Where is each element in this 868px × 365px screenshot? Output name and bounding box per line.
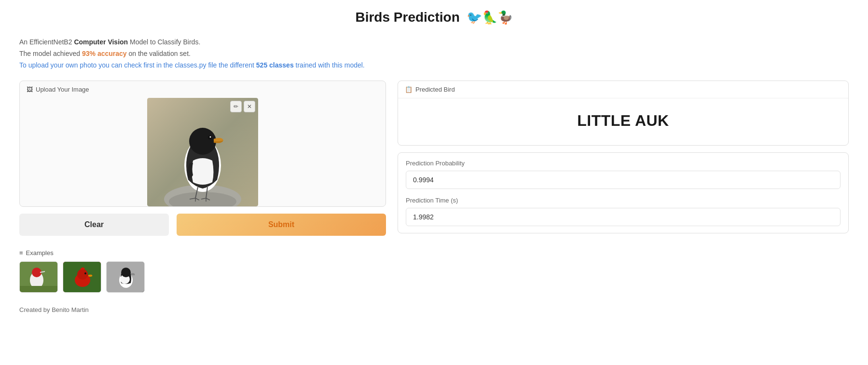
desc-line3-bold: 525 classes <box>256 61 294 69</box>
page-title: Birds Prediction <box>355 10 459 25</box>
predicted-bird-name: LITTLE AUK <box>398 98 848 145</box>
time-value: 1.9982 <box>406 208 840 226</box>
predicted-panel-title-text: Predicted Bird <box>415 86 455 93</box>
right-column: 📋 Predicted Bird LITTLE AUK Prediction P… <box>398 81 849 233</box>
upload-label: 🖼 Upload Your Image <box>20 81 386 98</box>
svg-point-22 <box>77 269 88 280</box>
submit-button[interactable]: Submit <box>177 214 386 236</box>
bird-image <box>147 98 258 206</box>
upload-panel[interactable]: 🖼 Upload Your Image <box>19 81 386 207</box>
examples-label-text: Examples <box>26 249 54 257</box>
description: An EfficientNetB2 Computer Vision Model … <box>19 37 849 71</box>
svg-point-4 <box>189 128 216 155</box>
metrics-panel: Prediction Probability 0.9994 Prediction… <box>398 152 849 233</box>
desc-line2-prefix: The model achieved <box>19 50 82 57</box>
header: Birds Prediction 🐦🦜🦆 <box>19 0 849 37</box>
image-controls: ✏ ✕ <box>230 101 255 112</box>
desc-line1-prefix: An EfficientNetB2 <box>19 38 74 46</box>
desc-line1-bold: Computer Vision <box>74 38 128 46</box>
example-bird-2-image <box>63 262 101 293</box>
desc-line2-suffix: on the validation set. <box>127 50 191 57</box>
edit-image-button[interactable]: ✏ <box>230 101 242 112</box>
example-bird-1-image <box>20 262 58 293</box>
predicted-panel-icon: 📋 <box>405 86 413 93</box>
header-bird-icons: 🐦🦜🦆 <box>467 10 513 25</box>
desc-line3-prefix: To upload your own photo you can check f… <box>19 61 256 69</box>
example-thumbnails <box>19 261 386 293</box>
upload-icon: 🖼 <box>27 86 33 93</box>
examples-label: ≡ Examples <box>19 249 386 257</box>
close-icon: ✕ <box>247 103 252 110</box>
probability-label: Prediction Probability <box>406 160 840 167</box>
desc-line3-suffix: trained with this model. <box>294 61 365 69</box>
svg-point-6 <box>210 136 211 138</box>
example-thumb-3[interactable] <box>106 261 145 293</box>
example-thumb-2[interactable] <box>63 261 101 293</box>
example-thumb-1[interactable] <box>19 261 58 293</box>
examples-section: ≡ Examples <box>19 249 386 293</box>
upload-label-text: Upload Your Image <box>36 86 89 93</box>
left-column: 🖼 Upload Your Image <box>19 81 386 293</box>
close-image-button[interactable]: ✕ <box>244 101 255 112</box>
svg-rect-19 <box>20 286 58 293</box>
predicted-panel-title: 📋 Predicted Bird <box>398 81 848 98</box>
footer: Created by Benito Martin <box>19 306 849 313</box>
image-preview-area: ✏ ✕ <box>20 98 386 206</box>
svg-point-23 <box>84 272 86 274</box>
edit-icon: ✏ <box>234 103 238 110</box>
desc-line1-suffix: Model to Classify Birds. <box>128 38 200 46</box>
time-label: Prediction Time (s) <box>406 197 840 204</box>
svg-point-27 <box>121 268 131 277</box>
desc-line2-bold: 93% accuracy <box>82 50 127 57</box>
action-buttons: Clear Submit <box>19 214 386 236</box>
examples-menu-icon: ≡ <box>19 249 23 257</box>
predicted-bird-panel: 📋 Predicted Bird LITTLE AUK <box>398 81 849 146</box>
probability-value: 0.9994 <box>406 171 840 189</box>
clear-button[interactable]: Clear <box>19 214 169 236</box>
example-bird-3-image <box>107 262 145 293</box>
footer-text: Created by Benito Martin <box>19 306 89 313</box>
